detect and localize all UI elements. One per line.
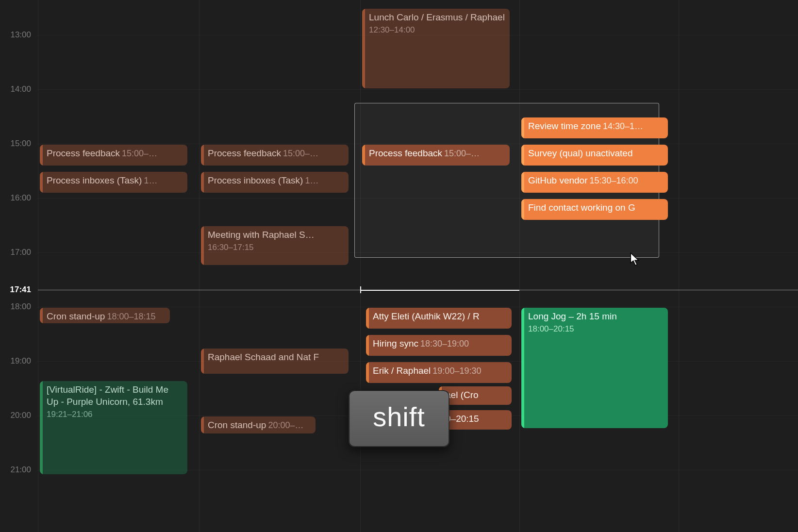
calendar-event[interactable]: 0–20:15 [439,410,512,430]
day-column-divider [38,0,38,532]
event-time: 15:30–16:00 [590,176,638,185]
event-time: 14:30–1… [603,121,643,131]
event-accent-bar [40,172,43,193]
calendar-event[interactable]: Lunch Carlo / Erasmus / Raphael12:30–14:… [362,9,510,88]
calendar-event[interactable]: Process feedback15:00–… [201,145,349,166]
current-time-tick [360,286,361,293]
event-title: Long Jog – 2h 15 min [528,311,617,321]
event-accent-bar [40,145,43,166]
event-time: 1… [305,176,318,185]
event-time: 19:00–19:30 [432,366,481,376]
calendar-event[interactable]: Cron stand-up20:00–… [201,416,316,433]
calendar-event[interactable]: [VirtualRide] - Zwift - Build Me Up - Pu… [40,381,187,474]
calendar-event[interactable]: ael (Cro [439,386,512,404]
event-title: Process feedback [208,148,281,158]
event-accent-bar [201,172,204,193]
event-accent-bar [362,9,365,88]
event-title: Process inboxes (Task) [208,175,303,185]
calendar-event[interactable]: Process feedback15:00–… [40,145,187,166]
key-toast-label: shift [373,401,425,432]
event-title: Cron stand-up [208,420,266,430]
calendar-event[interactable]: Long Jog – 2h 15 min18:00–20:15 [521,308,668,428]
calendar-event[interactable]: Meeting with Raphael S…16:30–17:15 [201,226,349,265]
event-accent-bar [521,117,524,138]
event-title: ael (Cro [446,390,479,400]
event-title: Cron stand-up [47,311,105,321]
event-title: Erik / Raphael [373,366,431,376]
event-accent-bar [201,349,204,374]
event-title: [VirtualRide] - Zwift - Build Me Up - Pu… [47,384,168,407]
calendar-event[interactable]: Raphael Schaad and Nat F [201,349,349,374]
calendar-event[interactable]: Process inboxes (Task)1… [201,172,349,193]
day-column-divider [360,0,361,532]
event-time: 15:00–… [283,149,318,158]
day-column-divider [679,0,679,532]
event-title: Atty Eleti (Authik W22) / R [373,311,480,321]
hour-gridline [38,89,798,90]
calendar-event[interactable]: Hiring sync18:30–19:00 [366,335,512,356]
event-time: 20:00–… [268,420,303,430]
event-title: Process feedback [369,148,442,158]
day-column-divider [199,0,200,532]
event-accent-bar [201,226,204,265]
event-accent-bar [366,308,369,329]
event-title: Hiring sync [373,338,418,349]
calendar-event[interactable]: Find contact working on G [521,199,668,220]
day-column-divider [519,0,520,532]
event-accent-bar [40,308,43,323]
event-title: Meeting with Raphael S… [208,230,315,240]
event-title: Raphael Schaad and Nat F [208,352,319,362]
event-accent-bar [521,172,524,193]
current-time-highlight [360,290,519,291]
event-time: 18:00–18:15 [107,312,155,321]
event-time: 15:00–… [444,149,480,158]
event-accent-bar [201,416,204,433]
event-title: Process feedback [47,148,120,158]
calendar-event[interactable]: Atty Eleti (Authik W22) / R [366,308,512,329]
event-time: 18:30–19:00 [420,339,469,349]
time-axis: 17:41 [0,0,38,532]
event-accent-bar [366,362,369,383]
event-title: Survey (qual) unactivated [528,148,632,158]
event-title: Find contact working on G [528,202,635,213]
hour-gridline [38,307,798,307]
event-title: Review time zone [528,121,601,131]
event-title: GitHub vendor [528,175,588,185]
calendar-event[interactable]: GitHub vendor15:30–16:00 [521,172,668,193]
event-accent-bar [366,335,369,356]
calendar-event[interactable]: Cron stand-up18:00–18:15 [40,308,170,323]
event-time: 18:00–20:15 [528,324,663,334]
event-accent-bar [521,308,524,428]
current-time-label: 17:41 [10,285,31,295]
calendar-event[interactable]: Erik / Raphael19:00–19:30 [366,362,512,383]
event-title: Process inboxes (Task) [47,175,142,185]
event-accent-bar [521,145,524,166]
calendar-event[interactable]: Process feedback15:00–… [362,145,510,166]
event-time: 16:30–17:15 [208,242,344,253]
event-accent-bar [521,199,524,220]
event-time: 15:00–… [122,149,157,158]
event-time: 1… [144,176,157,185]
event-time: 19:21–21:06 [47,409,183,420]
event-title: 0–20:15 [446,414,479,424]
event-accent-bar [40,381,43,474]
event-time: 12:30–14:00 [369,25,505,35]
event-title: Lunch Carlo / Erasmus / Raphael [369,12,505,22]
calendar-event[interactable]: Review time zone14:30–1… [521,117,668,138]
calendar-event[interactable]: Process inboxes (Task)1… [40,172,187,193]
event-accent-bar [201,145,204,166]
event-accent-bar [362,145,365,166]
calendar-grid[interactable]: 13:0014:0015:0016:0017:0018:0019:0020:00… [0,0,798,532]
hour-gridline [38,361,798,362]
key-toast: shift [349,390,449,447]
calendar-event[interactable]: Survey (qual) unactivated [521,145,668,166]
